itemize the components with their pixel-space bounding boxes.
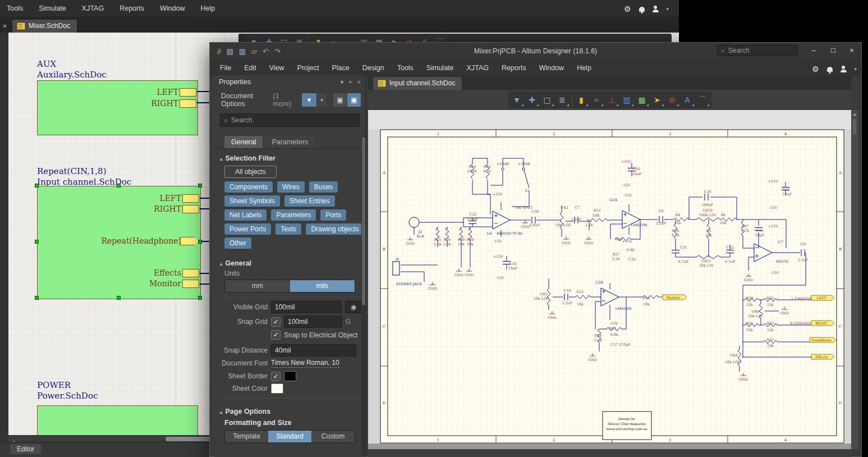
schematic-label[interactable]: VR10 — [702, 208, 712, 212]
schematic-label[interactable]: 10uF — [632, 172, 642, 176]
more-label[interactable]: (1 more) — [273, 92, 295, 108]
schematic-label[interactable]: R49 — [467, 237, 474, 241]
schematic-label[interactable]: 10R — [593, 213, 600, 217]
close-button[interactable]: × — [846, 46, 857, 54]
undo-icon[interactable]: ↶ — [263, 47, 269, 56]
schematic-label[interactable]: U6 — [486, 231, 492, 235]
vertical-scrollbar[interactable]: ▲ — [851, 110, 858, 449]
scrollbar-thumb[interactable] — [853, 119, 856, 135]
scroll-up-icon[interactable]: ▲ — [851, 112, 858, 117]
mode-standard-button[interactable]: Standard — [268, 431, 311, 442]
schematic-label[interactable]: 22k — [720, 221, 727, 225]
select-overlap-icon[interactable]: ▣ — [333, 93, 347, 107]
chevron-down-icon[interactable]: ▾ — [667, 6, 669, 12]
schematic-label[interactable]: J4 — [395, 257, 399, 262]
schematic-label[interactable]: LM833M — [631, 223, 647, 227]
sheet-entry-monitor[interactable]: Monitor — [38, 280, 200, 288]
schematic-label[interactable]: 4.7k — [672, 233, 679, 237]
schematic-label[interactable]: 15k — [746, 303, 753, 307]
menu-help[interactable]: Help — [576, 64, 593, 72]
schematic-label[interactable]: GND — [584, 241, 593, 245]
schematic-label[interactable]: C7 — [575, 205, 580, 209]
menu-file[interactable]: File — [219, 64, 232, 72]
chevron-down-icon[interactable]: ▾ — [855, 66, 857, 72]
filter-all-objects-button[interactable]: All objects — [224, 166, 277, 178]
schematic-label[interactable]: 15k — [767, 303, 774, 307]
selection-handle[interactable] — [198, 296, 202, 300]
maximize-button[interactable]: □ — [828, 46, 839, 54]
filter-sheet-entries-button[interactable]: Sheet Entries — [284, 195, 335, 207]
page-options-heading[interactable]: ▴Page Options — [214, 402, 365, 418]
global-search-input[interactable]: ⌕ Search — [717, 45, 798, 56]
schematic-label[interactable]: 6.8k — [627, 248, 635, 252]
units-mm-button[interactable]: mm — [225, 280, 290, 292]
schematic-label[interactable]: VR11 — [701, 259, 711, 263]
schematic-label[interactable]: R45 — [484, 164, 491, 168]
schematic-label[interactable]: J2 — [418, 230, 422, 234]
schematic-label[interactable]: R3 — [587, 218, 592, 222]
schematic-label[interactable]: 4.7nF — [678, 259, 689, 263]
schematic-label[interactable]: R41 — [609, 326, 617, 330]
menu-reports[interactable]: Reports — [500, 64, 527, 72]
sheet-color-swatch[interactable] — [271, 383, 283, 394]
save-all-icon[interactable]: ▥ — [239, 47, 246, 56]
menu-window[interactable]: Window — [538, 64, 565, 72]
selection-handle[interactable] — [198, 240, 202, 244]
filter-texts-button[interactable]: Texts — [275, 223, 301, 235]
schematic-label[interactable]: 10k — [643, 302, 650, 306]
snap-grid-checkbox[interactable]: ✓ — [271, 317, 281, 327]
filter-icon[interactable]: ▼ — [509, 93, 525, 107]
menu-reports[interactable]: Reports — [118, 4, 145, 12]
mode-custom-button[interactable]: Custom — [311, 431, 355, 442]
schematic-label[interactable]: 2.2uF — [571, 217, 582, 221]
menu-project[interactable]: Project — [296, 64, 320, 72]
panel-scrollbar[interactable] — [361, 136, 366, 456]
schematic-label[interactable]: 2.2uF — [562, 301, 573, 305]
schematic-label[interactable]: R13 — [594, 208, 601, 212]
schematic-label[interactable]: XLR — [416, 234, 424, 238]
open-folder-icon[interactable]: ▱ — [251, 47, 257, 56]
place-wire-icon[interactable]: ≈ — [589, 93, 604, 107]
scrollbar-thumb[interactable] — [362, 137, 365, 305]
filter-other-button[interactable]: Other — [224, 237, 251, 249]
filter-parameters-button[interactable]: Parameters — [271, 209, 316, 221]
schematic-label[interactable]: +30dB — [518, 162, 530, 166]
place-arc-icon[interactable]: ⌒ — [695, 93, 710, 107]
schematic-label[interactable]: GND — [588, 358, 597, 362]
schematic-label[interactable]: GND — [562, 241, 571, 245]
schematic-label[interactable]: 100k LIN — [699, 213, 717, 217]
visible-grid-eye-icon[interactable]: ◉ — [345, 301, 362, 313]
menu-simulate[interactable]: Simulate — [425, 64, 455, 72]
place-sheet-symbol-icon[interactable]: ▦ — [635, 93, 650, 107]
schematic-label[interactable]: R5 — [706, 228, 711, 232]
schematic-label[interactable]: C26 — [628, 257, 636, 261]
schematic-label[interactable]: GND — [548, 316, 557, 319]
schematic-label[interactable]: U2B — [595, 280, 603, 284]
schematic-label[interactable]: 330R — [467, 169, 477, 173]
schematic-label[interactable]: C25 — [470, 212, 477, 216]
schematic-label[interactable]: 20k LIN — [699, 263, 714, 267]
schematic-label[interactable]: R20 — [746, 296, 754, 300]
visible-grid-input[interactable]: 100mil — [271, 301, 342, 313]
schematic-label[interactable]: R22 — [767, 296, 774, 300]
fg-titlebar[interactable]: ∂▤▥▱↶↷ Mixer.PrjPCB - Altium Designer (1… — [210, 43, 861, 60]
sheet-entry-right[interactable]: RIGHT — [38, 99, 198, 108]
schematic-label[interactable]: -15V — [610, 321, 618, 325]
schematic-label[interactable]: +10dB — [497, 162, 509, 166]
tab-mixer-schdoc[interactable]: Mixer.SchDoc — [12, 20, 77, 33]
schematic-label[interactable]: C8 — [659, 209, 664, 213]
no-erc-icon[interactable]: ⊘ — [665, 93, 680, 107]
schematic-label[interactable]: R43 — [469, 164, 476, 168]
schematic-label[interactable]: R21 — [746, 321, 754, 325]
schematic-label[interactable]: R23 — [767, 321, 774, 325]
sheet-entry-left[interactable]: LEFT — [38, 88, 198, 97]
schematic-label[interactable]: R12 — [577, 290, 584, 294]
schematic-label[interactable]: R26 — [444, 237, 451, 241]
panel-close-icon[interactable]: × — [357, 79, 361, 85]
minimize-button[interactable]: – — [808, 46, 819, 54]
schematic-label[interactable]: R48 — [458, 237, 465, 241]
user-icon[interactable] — [841, 66, 847, 72]
schematic-label[interactable]: 10k LOG — [534, 296, 549, 300]
schematic-sheet[interactable] — [380, 130, 844, 443]
schematic-label[interactable]: 10uF — [508, 266, 518, 270]
